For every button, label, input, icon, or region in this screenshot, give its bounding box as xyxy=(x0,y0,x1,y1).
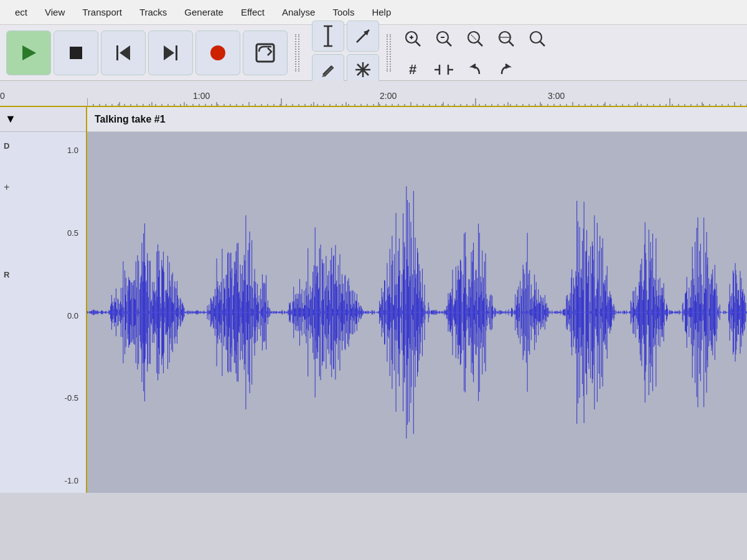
ruler-label-3: 3:00 xyxy=(548,91,565,101)
svg-line-23 xyxy=(416,42,420,46)
menu-analyse[interactable]: Analyse xyxy=(273,3,324,21)
toolbar-separator-2 xyxy=(387,31,391,75)
svg-line-28 xyxy=(478,42,482,46)
svg-marker-5 xyxy=(164,45,174,60)
track-name-bar: Talking take #1 xyxy=(87,107,747,132)
menu-generate[interactable]: Generate xyxy=(176,3,232,21)
ruler[interactable]: 0 1:00 2:00 3:00 xyxy=(0,81,747,107)
label-plus: + xyxy=(4,182,9,193)
svg-marker-3 xyxy=(120,45,130,60)
svg-line-36 xyxy=(540,42,545,46)
redo-button[interactable] xyxy=(492,54,520,85)
side-labels: D xyxy=(4,141,9,151)
timeline-area: 0 1:00 2:00 3:00 xyxy=(0,81,747,107)
stop-button[interactable] xyxy=(54,30,98,75)
selection-tool-button[interactable] xyxy=(312,21,344,52)
zoom-out-button[interactable] xyxy=(430,23,458,54)
ruler-label-0: 0 xyxy=(0,91,5,101)
placeholder-btn xyxy=(523,54,552,85)
label-r: R xyxy=(4,269,9,280)
zoom-tools: # xyxy=(398,23,552,83)
svg-rect-1 xyxy=(70,47,82,59)
toolbar: # xyxy=(0,25,747,81)
svg-line-31 xyxy=(509,42,514,46)
track-header: ▼ D + R 1.0 0.5 0.0 -0.5 -1.0 xyxy=(0,107,87,493)
label-d: D xyxy=(4,141,9,151)
toolbar-separator-1 xyxy=(295,31,299,75)
track-collapse-button[interactable]: ▼ xyxy=(5,113,16,126)
svg-rect-4 xyxy=(176,45,177,60)
amp-label-10: 1.0 xyxy=(54,146,83,155)
record-button[interactable] xyxy=(195,30,240,75)
zoom-fit-button[interactable] xyxy=(492,23,520,54)
menu-select[interactable]: ect xyxy=(6,3,36,21)
svg-point-27 xyxy=(468,32,479,43)
svg-line-26 xyxy=(447,42,451,46)
loop-button[interactable] xyxy=(243,30,288,75)
svg-point-6 xyxy=(210,45,225,60)
zoom-full-button[interactable] xyxy=(523,23,552,54)
skip-back-button[interactable] xyxy=(101,30,146,75)
track-name: Talking take #1 xyxy=(95,114,166,125)
draw-tool-button[interactable] xyxy=(312,54,344,85)
menu-tools[interactable]: Tools xyxy=(324,3,363,21)
svg-line-29 xyxy=(471,35,476,40)
trim-audio-button[interactable]: # xyxy=(398,54,427,85)
track-container: ▼ D + R 1.0 0.5 0.0 -0.5 -1.0 Talking ta… xyxy=(0,107,747,493)
amp-label-05: 0.5 xyxy=(54,228,83,238)
menu-transport[interactable]: Transport xyxy=(73,3,131,21)
zoom-selection-button[interactable] xyxy=(461,23,489,54)
envelope-tool-button[interactable] xyxy=(347,21,379,52)
menu-view[interactable]: View xyxy=(36,3,73,21)
track-header-top: ▼ xyxy=(0,107,86,132)
amp-label-m05: -0.5 xyxy=(54,393,83,403)
svg-point-35 xyxy=(530,32,542,43)
waveform-canvas[interactable] xyxy=(87,132,747,493)
zoom-in-button[interactable] xyxy=(398,23,427,54)
skip-end-button[interactable] xyxy=(148,30,193,75)
menu-effect[interactable]: Effect xyxy=(232,3,273,21)
multi-tool-button[interactable] xyxy=(347,54,379,85)
undo-button[interactable] xyxy=(461,54,489,85)
menu-help[interactable]: Help xyxy=(363,3,400,21)
silence-button[interactable] xyxy=(430,54,458,85)
menu-tracks[interactable]: Tracks xyxy=(131,3,176,21)
play-button[interactable] xyxy=(6,30,51,75)
ruler-label-2: 2:00 xyxy=(380,91,397,101)
ruler-label-1: 1:00 xyxy=(193,91,210,101)
waveform-area: Talking take #1 xyxy=(87,107,747,493)
cursor-tools xyxy=(312,21,379,85)
amp-label-00: 0.0 xyxy=(54,311,83,320)
svg-rect-2 xyxy=(116,45,118,60)
svg-marker-14 xyxy=(323,66,334,77)
amp-label-m10: -1.0 xyxy=(54,476,83,485)
svg-marker-0 xyxy=(22,45,36,60)
amplitude-labels: 1.0 0.5 0.0 -0.5 -1.0 xyxy=(52,138,86,493)
